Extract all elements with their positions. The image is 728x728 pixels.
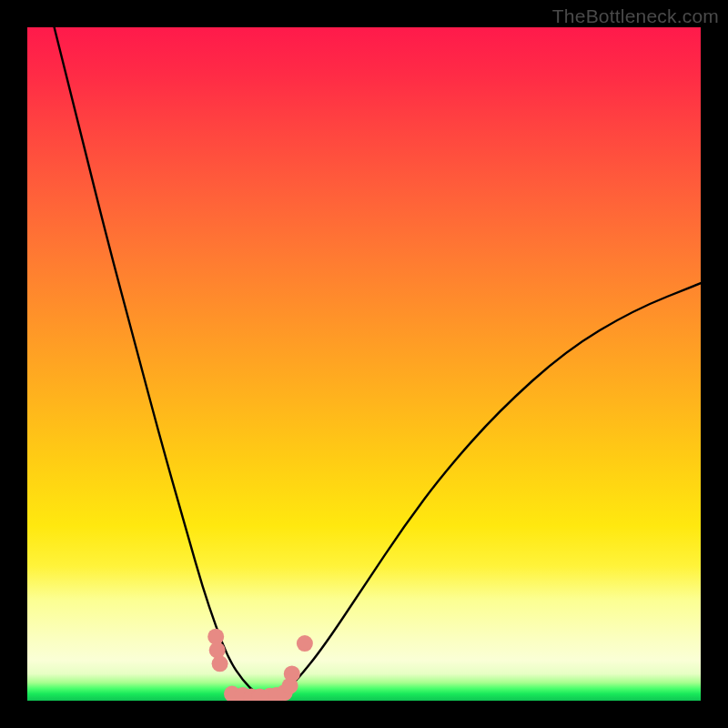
marker-dot (284, 665, 300, 682)
plot-area (27, 27, 701, 701)
watermark-text: TheBottleneck.com (552, 5, 719, 27)
marker-group (207, 629, 313, 701)
marker-dot (297, 635, 313, 652)
chart-frame: TheBottleneck.com (0, 0, 728, 728)
bottleneck-curve (55, 27, 701, 695)
marker-dot (212, 655, 228, 672)
curve-layer (27, 27, 701, 701)
